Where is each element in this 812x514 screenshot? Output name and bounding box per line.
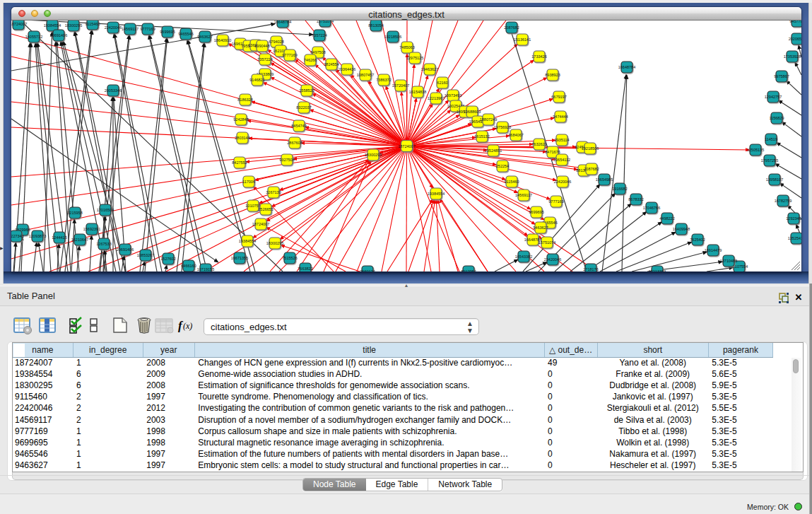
svg-text:62160: 62160 <box>437 81 447 85</box>
svg-text:1916682: 1916682 <box>612 187 627 191</box>
svg-text:6497508: 6497508 <box>310 50 325 54</box>
svg-text:13525419: 13525419 <box>788 236 801 240</box>
svg-text:9115460: 9115460 <box>85 22 100 26</box>
svg-text:17016504: 17016504 <box>97 208 114 212</box>
svg-text:12505135: 12505135 <box>747 148 764 152</box>
svg-text:8471676: 8471676 <box>545 150 560 154</box>
svg-text:16154838: 16154838 <box>409 90 426 94</box>
svg-text:19463627: 19463627 <box>421 67 438 71</box>
svg-text:12213967: 12213967 <box>428 96 445 100</box>
svg-text:7485063: 7485063 <box>399 45 414 49</box>
svg-text:18724007: 18724007 <box>252 222 269 226</box>
svg-text:18807249: 18807249 <box>480 117 497 122</box>
svg-text:9975867: 9975867 <box>774 74 789 78</box>
svg-text:20206576: 20206576 <box>789 37 801 41</box>
svg-text:117006: 117006 <box>242 180 255 184</box>
svg-text:1733426: 1733426 <box>531 54 546 59</box>
svg-text:2935114: 2935114 <box>554 138 569 142</box>
svg-text:16648784: 16648784 <box>274 21 291 24</box>
svg-text:9327508: 9327508 <box>279 158 294 162</box>
svg-text:16210647: 16210647 <box>71 238 88 242</box>
svg-text:16782759: 16782759 <box>775 199 792 203</box>
svg-text:3215958: 3215958 <box>67 211 82 215</box>
svg-text:7357224: 7357224 <box>312 33 326 37</box>
svg-text:16914479: 16914479 <box>705 248 722 252</box>
svg-text:18724007: 18724007 <box>11 22 27 26</box>
svg-text:7386372: 7386372 <box>376 78 391 82</box>
svg-text:12213363: 12213363 <box>649 269 666 271</box>
svg-text:3267130: 3267130 <box>266 190 281 194</box>
svg-text:15751074: 15751074 <box>317 21 334 23</box>
svg-text:(x): (x) <box>183 321 192 331</box>
svg-text:13958107: 13958107 <box>766 177 783 182</box>
svg-text:22420046: 22420046 <box>105 25 122 30</box>
svg-text:1558520: 1558520 <box>299 88 314 93</box>
svg-text:7515526: 7515526 <box>282 256 297 260</box>
svg-text:14569117: 14569117 <box>515 193 532 197</box>
svg-text:7663822: 7663822 <box>298 267 312 271</box>
svg-text:9699695: 9699695 <box>160 30 175 34</box>
svg-text:16543382: 16543382 <box>515 255 532 259</box>
svg-text:10853267: 10853267 <box>137 253 154 257</box>
svg-text:19384554: 19384554 <box>239 239 256 243</box>
svg-text:18300295: 18300295 <box>65 23 82 28</box>
svg-text:9660124: 9660124 <box>360 269 375 271</box>
svg-text:2867608: 2867608 <box>287 141 302 145</box>
svg-text:8454749: 8454749 <box>291 124 306 128</box>
svg-text:8912954: 8912954 <box>461 269 476 271</box>
svg-text:9463627: 9463627 <box>197 35 212 39</box>
svg-text:12093873: 12093873 <box>29 234 46 238</box>
svg-text:2803144: 2803144 <box>235 136 249 140</box>
svg-text:22420046: 22420046 <box>554 180 571 184</box>
svg-text:9463627: 9463627 <box>533 226 548 230</box>
svg-text:10688603: 10688603 <box>464 110 481 114</box>
svg-text:8678332: 8678332 <box>628 197 643 201</box>
svg-text:20053346: 20053346 <box>105 88 122 93</box>
svg-text:10654112: 10654112 <box>553 158 570 162</box>
svg-text:13524851: 13524851 <box>485 148 502 153</box>
svg-text:9227343: 9227343 <box>11 234 24 238</box>
svg-text:9699695: 9699695 <box>529 210 543 214</box>
svg-text:9115460: 9115460 <box>504 180 519 184</box>
svg-text:746266: 746266 <box>304 58 317 62</box>
svg-text:252254: 252254 <box>496 164 509 168</box>
svg-text:8990448: 8990448 <box>254 44 269 48</box>
svg-text:2087682: 2087682 <box>584 167 599 171</box>
svg-text:20364436: 20364436 <box>339 67 355 71</box>
svg-text:7625402: 7625402 <box>690 238 705 242</box>
svg-text:19654985: 19654985 <box>596 177 613 182</box>
svg-text:2718176: 2718176 <box>583 267 598 271</box>
svg-text:19218506: 19218506 <box>582 146 599 151</box>
svg-text:10719155: 10719155 <box>197 267 214 271</box>
svg-text:1527602: 1527602 <box>160 257 175 261</box>
svg-text:15136141: 15136141 <box>514 37 531 42</box>
svg-text:16671355: 16671355 <box>231 256 248 260</box>
svg-text:17046766: 17046766 <box>643 206 660 210</box>
svg-text:9465546: 9465546 <box>178 32 193 36</box>
svg-text:9474444: 9474444 <box>553 115 567 119</box>
svg-text:8938923: 8938923 <box>545 73 560 77</box>
svg-text:14569117: 14569117 <box>122 27 139 31</box>
svg-text:19384554: 19384554 <box>428 192 445 196</box>
svg-text:15720407: 15720407 <box>392 83 409 88</box>
svg-text:3684067: 3684067 <box>508 133 523 137</box>
svg-text:17353928: 17353928 <box>784 54 801 59</box>
svg-text:9777169: 9777169 <box>282 53 297 57</box>
svg-text:6466160: 6466160 <box>181 264 196 268</box>
svg-text:9777169: 9777169 <box>548 199 563 204</box>
svg-text:19218506: 19218506 <box>384 35 401 39</box>
svg-text:23420046: 23420046 <box>544 257 561 262</box>
svg-text:1156829: 1156829 <box>769 116 784 120</box>
svg-text:3824554: 3824554 <box>324 62 339 66</box>
svg-text:19384554: 19384554 <box>44 23 61 28</box>
svg-text:6794028: 6794028 <box>269 40 283 44</box>
svg-text:17957255: 17957255 <box>761 158 778 163</box>
svg-text:7357224: 7357224 <box>257 57 272 62</box>
svg-text:14055712: 14055712 <box>25 35 42 39</box>
svg-text:8427552: 8427552 <box>232 160 247 165</box>
svg-text:19756928: 19756928 <box>494 125 511 129</box>
svg-text:7632621: 7632621 <box>531 142 546 146</box>
svg-text:15751074: 15751074 <box>539 240 555 245</box>
svg-text:8813054: 8813054 <box>368 23 383 28</box>
svg-text:18300295: 18300295 <box>266 241 283 245</box>
